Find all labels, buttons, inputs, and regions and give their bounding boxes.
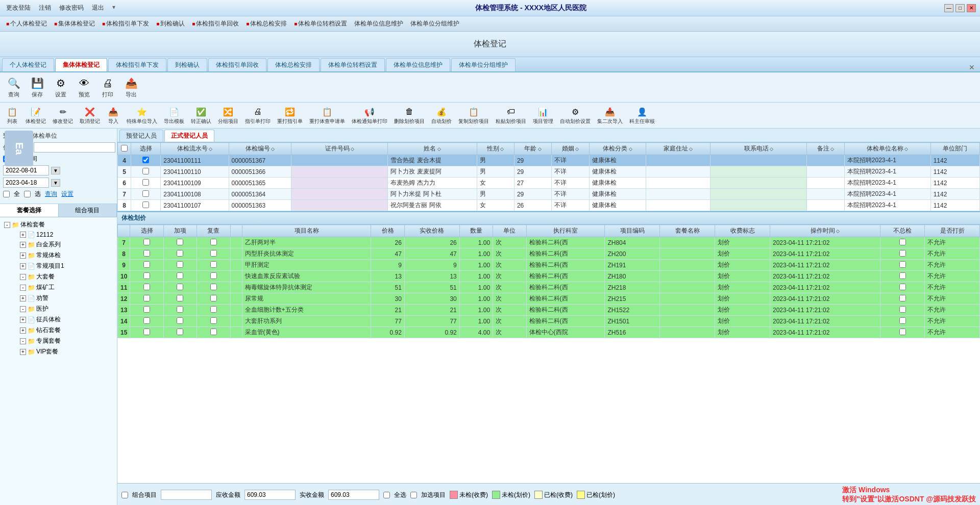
tree-item-vip[interactable]: + 📁 VIP套餐: [2, 346, 115, 357]
th-age[interactable]: 年龄: [514, 143, 551, 155]
lrow-no-total[interactable]: [880, 293, 925, 305]
nav-label-group[interactable]: 集体体检登记: [58, 19, 95, 28]
table-row[interactable]: 11 梅毒螺旋体特异抗体测定 51 51 1.00 次 检验科二科(西 ZH21…: [118, 282, 980, 293]
select-check[interactable]: [24, 191, 31, 197]
tab-personal[interactable]: 个人体检登记: [2, 58, 54, 71]
receivable-input[interactable]: [244, 490, 296, 500]
lrow-review[interactable]: [197, 293, 230, 305]
lrow-no-total[interactable]: [880, 248, 925, 260]
preview-button[interactable]: 👁 预览: [74, 74, 95, 100]
tree-expand-12112[interactable]: +: [20, 232, 26, 238]
tree-expand-regular[interactable]: +: [20, 252, 26, 259]
table-row[interactable]: 6 23041100109 0000051365 布麦热姆 杰力力 女 27 不…: [118, 178, 980, 189]
edit-register-btn[interactable]: ✏ 修改登记: [50, 104, 76, 127]
lrow-no-total[interactable]: [880, 305, 925, 316]
lrow-select[interactable]: [130, 248, 163, 260]
check-all-upper[interactable]: [121, 145, 128, 152]
tree-root[interactable]: - 📁 体检套餐: [2, 219, 115, 230]
query-tab-formal[interactable]: 正式登记人员: [164, 130, 214, 142]
th-check-all[interactable]: [118, 143, 131, 155]
th-phone[interactable]: 联系电话: [710, 143, 807, 155]
maximize-button[interactable]: □: [955, 4, 965, 12]
lrow-no-total[interactable]: [880, 260, 925, 271]
lrow-review[interactable]: [197, 282, 230, 293]
import-btn[interactable]: 📥 导入: [104, 104, 122, 127]
tree-item-special[interactable]: - 📁 专属套餐: [2, 336, 115, 346]
lrow-no-total[interactable]: [880, 327, 925, 338]
row-select[interactable]: [131, 200, 161, 211]
lrow-add[interactable]: [163, 305, 197, 316]
tab-close-button[interactable]: ✕: [966, 63, 978, 71]
all-select-check[interactable]: [383, 492, 390, 498]
window-controls[interactable]: — □ ✕: [944, 4, 976, 12]
tab-guide-send[interactable]: 体检指引单下发: [108, 58, 166, 71]
tab-total-check[interactable]: 体检总检安排: [267, 58, 320, 71]
export-button[interactable]: 📤 导出: [120, 74, 142, 100]
group-check[interactable]: [121, 492, 128, 498]
row-select[interactable]: [131, 166, 161, 178]
table-row[interactable]: 4 23041100111 0000051367 雪合热提 麦合木提 男 29 …: [118, 155, 980, 166]
special-import-btn[interactable]: ⭐ 特殊单位导入: [124, 104, 160, 127]
lrow-review[interactable]: [197, 248, 230, 260]
table-row[interactable]: 7 23041100108 0000051364 阿卜力米提 阿卜杜 男 29 …: [118, 189, 980, 200]
date-to-input[interactable]: [3, 178, 49, 188]
nav-item-arrange[interactable]: ■ 体检总检安排: [244, 18, 289, 29]
date-from-picker[interactable]: ▼: [51, 167, 60, 174]
th-gender[interactable]: 性别: [477, 143, 514, 155]
settings-link[interactable]: 设置: [61, 190, 74, 198]
row-select[interactable]: [131, 155, 161, 166]
tab-archive-set[interactable]: 体检单位转档设置: [321, 58, 385, 71]
cancel-register-btn[interactable]: ❌ 取消登记: [77, 104, 103, 127]
tab-check-confirm[interactable]: 到检确认: [167, 58, 207, 71]
auto-price-set-btn[interactable]: ⚙ 自动划价设置: [557, 104, 593, 127]
table-row[interactable]: 9 甲肝测定 9 9 1.00 次 检验科二科(西 ZH191 划价 2023-…: [118, 260, 980, 271]
lrow-no-total[interactable]: [880, 316, 925, 327]
nav-item-guide-recv[interactable]: ■ 体检指引单回收: [190, 18, 241, 29]
list-btn[interactable]: 📋 列表: [3, 104, 21, 127]
table-row[interactable]: 10 快速血浆反应素试验 13 13 1.00 次 检验科二科(西 ZH180 …: [118, 271, 980, 282]
lrow-select[interactable]: [130, 237, 163, 248]
nav-label-guide-send[interactable]: 体检指引单下发: [106, 19, 149, 28]
paste-price-btn[interactable]: 🏷 粘贴划价项目: [493, 104, 529, 127]
th-name[interactable]: 姓名: [388, 143, 477, 155]
th-unit[interactable]: 体检单位名称: [844, 143, 930, 155]
group-item-btn[interactable]: 🔀 分组项目: [215, 104, 241, 127]
lrow-add[interactable]: [163, 237, 197, 248]
pkg-tab-package[interactable]: 套餐选择: [0, 204, 59, 217]
nav-label-unit-info[interactable]: 体检单位信息维护: [354, 19, 403, 28]
tree-item-gold[interactable]: + 📁 白金系列: [2, 239, 115, 250]
lrow-add[interactable]: [163, 282, 197, 293]
nav-item-confirm[interactable]: ■ 到检确认: [154, 18, 187, 29]
lrow-select[interactable]: [130, 260, 163, 271]
nav-item-personal[interactable]: ■ 个人体检登记: [4, 18, 49, 29]
chief-review-btn[interactable]: 👤 科主任审核: [627, 104, 657, 127]
lrow-add[interactable]: [163, 260, 197, 271]
upper-table-wrap[interactable]: 选择 体检流水号 体检编号 证件号码 姓名 性别 年龄 婚姻 体检分类 家庭住址…: [117, 142, 980, 212]
lrow-select[interactable]: [130, 282, 163, 293]
table-row[interactable]: 14 大套肝功系列 77 77 1.00 次 检验科二科(西 ZH1501 划价…: [118, 316, 980, 327]
nav-label-archive[interactable]: 体检单位转档设置: [298, 19, 347, 28]
table-row[interactable]: 8 23041100107 0000051363 祝尔阿曼古丽 阿依 女 26 …: [118, 200, 980, 211]
table-row[interactable]: 15 采血管(黄色) 0.92 0.92 4.00 次 体检中心(西院 ZH51…: [118, 327, 980, 338]
nav-item-unit-info[interactable]: 体检单位信息维护: [352, 18, 405, 29]
row-select[interactable]: [131, 178, 161, 189]
minimize-button[interactable]: —: [944, 4, 953, 12]
tree-item-12112[interactable]: + 📄 12112: [2, 230, 115, 239]
date-from-input[interactable]: [3, 165, 49, 175]
pkg-tab-combo[interactable]: 组合项目: [59, 204, 117, 217]
lrow-review[interactable]: [197, 237, 230, 248]
nav-item-unit-group[interactable]: 体检单位分组维护: [408, 18, 461, 29]
nav-item-archive[interactable]: ■ 体检单位转档设置: [292, 18, 349, 29]
th-id-card[interactable]: 证件号码: [291, 143, 388, 155]
tree-item-police[interactable]: + 📄 劝警: [2, 293, 115, 304]
lrow-add[interactable]: [163, 248, 197, 260]
tab-guide-recv[interactable]: 体检指引单回收: [208, 58, 266, 71]
th-type[interactable]: 体检分类: [589, 143, 646, 155]
tree-item-regular1[interactable]: + 📄 常规项目1: [2, 261, 115, 271]
th-address[interactable]: 家庭住址: [646, 143, 710, 155]
query-button[interactable]: 🔍 查询: [3, 74, 24, 100]
table-row[interactable]: 8 丙型肝炎抗体测定 47 47 1.00 次 检验科二科(西 ZH200 划价…: [118, 248, 980, 260]
copy-price-btn[interactable]: 📋 复制划价项目: [456, 104, 492, 127]
auto-price-btn[interactable]: 💰 自动划价: [429, 104, 454, 127]
tree-expand-diamond[interactable]: +: [20, 327, 26, 334]
